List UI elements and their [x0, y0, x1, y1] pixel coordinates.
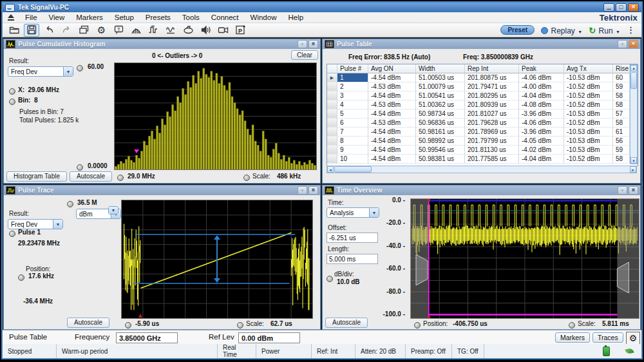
cell[interactable]: 4 — [337, 100, 368, 110]
pulse-trace-panel-titlebar[interactable]: Pulse Trace ▫ ✕ — [4, 186, 320, 195]
cell[interactable]: -4.53 dBm — [368, 82, 416, 91]
cell[interactable]: -4.53 dBm — [368, 100, 416, 110]
histogram-ymin-value[interactable]: 0.0000 — [88, 162, 108, 169]
toolbar-knob-dial-icon[interactable] — [180, 24, 196, 37]
scroll-left-icon[interactable]: ◄ — [327, 166, 334, 173]
adjust-knob-icon[interactable] — [569, 322, 575, 329]
ref-level-field[interactable] — [238, 332, 300, 343]
table-row[interactable]: 2-4.53 dBm51.00079 us201.79471 us-4.00 d… — [327, 82, 638, 91]
histogram-scale-value[interactable]: 486 kHz — [277, 173, 301, 180]
histogram-chart[interactable] — [114, 62, 317, 170]
toolbar-audio-icon[interactable] — [198, 24, 213, 37]
toolbar-save-icon[interactable] — [24, 24, 39, 37]
toolbar-trace-wave-icon[interactable] — [163, 24, 178, 37]
trace-scale-value[interactable]: 62.7 us — [270, 320, 292, 327]
row-selector[interactable] — [327, 146, 337, 155]
cell[interactable]: 59 — [613, 146, 630, 155]
cell[interactable]: 60 — [613, 73, 630, 82]
cell[interactable]: -4.05 dBm — [519, 137, 564, 146]
cell[interactable]: 201.81027 us — [465, 110, 519, 119]
cell[interactable]: 9 — [337, 146, 368, 155]
time-dropdown[interactable]: Analysis▼ — [327, 207, 379, 218]
histogram-autoscale-button[interactable]: Autoscale — [70, 171, 112, 182]
run-control[interactable]: ↻ Run ▼ — [589, 24, 620, 36]
cell[interactable]: 50.98992 us — [416, 137, 465, 146]
column-header-rise[interactable]: Rise — [613, 64, 630, 73]
histogram-table-button[interactable]: Histogram Table — [6, 171, 67, 182]
clear-button[interactable]: Clear — [291, 50, 318, 60]
column-header-peak[interactable]: Peak — [519, 64, 564, 73]
pulse-table[interactable]: Pulse #Avg ONWidthRep IntPeakAvg TxRise▶… — [327, 64, 638, 166]
cell[interactable]: 201.81130 us — [465, 146, 519, 155]
cell[interactable]: 51.00503 us — [416, 73, 465, 82]
menu-item-view[interactable]: View — [43, 13, 71, 22]
table-row[interactable]: 10-4.54 dBm50.98381 us201.77585 us-4.04 … — [327, 155, 638, 164]
column-header-avg-on[interactable]: Avg ON — [368, 64, 416, 73]
trace-selector-dropdown[interactable]: ▼ — [108, 206, 118, 214]
toolbar-camera-icon[interactable] — [215, 24, 231, 37]
histogram-xstart-value[interactable]: 29.0 MHz — [128, 173, 155, 180]
cell[interactable]: 6 — [337, 119, 368, 128]
column-header-rep-int[interactable]: Rep Int — [465, 64, 519, 73]
result-dropdown[interactable]: Freq Dev▼ — [8, 66, 73, 77]
trace-result-dropdown[interactable]: Freq Dev▼ — [8, 219, 63, 229]
cell[interactable]: -4.54 dBm — [368, 73, 416, 82]
overview-position-value[interactable]: -406.750 us — [453, 320, 488, 327]
cell[interactable]: 51.00541 us — [416, 91, 465, 100]
collapse-menu-icon[interactable] — [6, 14, 15, 21]
adjust-knob-icon[interactable] — [117, 175, 124, 181]
maximize-button[interactable]: ▢ — [616, 3, 627, 12]
cell[interactable]: -4.02 dBm — [519, 146, 564, 155]
cell[interactable]: -10.53 dBm — [564, 73, 613, 82]
cell[interactable]: -3.96 dBm — [519, 110, 564, 119]
row-selector[interactable] — [327, 137, 337, 146]
table-row[interactable]: 6-4.53 dBm50.96836 us201.79628 us-4.06 d… — [327, 119, 638, 128]
toolbar-pulse-wave-icon[interactable] — [146, 24, 161, 37]
row-selector[interactable] — [327, 100, 337, 110]
histogram-close-button[interactable]: ✕ — [308, 40, 318, 48]
row-selector[interactable] — [327, 119, 337, 128]
cell[interactable]: 58 — [613, 91, 630, 100]
column-header-avg-tx[interactable]: Avg Tx — [564, 64, 613, 73]
cell[interactable]: 201.80295 us — [465, 91, 519, 100]
replay-dropdown-icon[interactable]: ▼ — [578, 30, 582, 34]
trace-ymax-value[interactable]: 36.5 M — [77, 199, 97, 206]
table-row[interactable]: 9-4.54 dBm50.99546 us201.81130 us-4.02 d… — [327, 146, 638, 155]
run-dropdown-icon[interactable]: ▼ — [616, 30, 620, 34]
histogram-ymax-value[interactable]: 60.00 — [88, 63, 104, 70]
cell[interactable]: -4.08 dBm — [519, 100, 564, 110]
overflow-menu-icon[interactable]: ⋮ — [627, 25, 635, 35]
histogram-restore-button[interactable]: ▫ — [298, 40, 307, 48]
adjust-knob-icon[interactable] — [9, 88, 15, 95]
cell[interactable]: 2 — [337, 82, 368, 91]
cell[interactable]: -10.53 dBm — [564, 137, 613, 146]
toolbar-open-file-icon[interactable] — [6, 24, 22, 37]
cell[interactable]: -4.54 dBm — [368, 110, 416, 119]
scroll-right-icon[interactable]: ► — [630, 166, 636, 173]
cell[interactable]: 10 — [337, 155, 368, 164]
trace-xstart-value[interactable]: -5.90 us — [135, 320, 159, 327]
replay-control[interactable]: Replay ▼ — [541, 24, 582, 36]
time-overview-restore-button[interactable]: ▫ — [618, 186, 627, 195]
table-row[interactable]: 8-4.54 dBm50.98992 us201.79799 us-4.05 d… — [327, 137, 638, 146]
menu-item-file[interactable]: File — [19, 13, 43, 22]
cell[interactable]: 201.77585 us — [465, 155, 519, 164]
adjust-knob-icon[interactable] — [77, 65, 83, 71]
cell[interactable]: 50.96836 us — [416, 119, 465, 128]
cell[interactable]: -3.96 dBm — [519, 128, 564, 137]
adjust-knob-icon[interactable] — [9, 99, 15, 105]
cell[interactable]: 51.00362 us — [416, 100, 465, 110]
cell[interactable]: 58 — [613, 119, 630, 128]
pulse-number-readout[interactable]: Pulse 1 — [18, 229, 41, 236]
pulse-trace-chart[interactable] — [121, 200, 313, 319]
minimize-button[interactable]: ▁ — [603, 3, 614, 12]
settings-gear-icon[interactable]: ⚙ — [626, 332, 640, 345]
row-selector[interactable] — [327, 110, 337, 119]
cell[interactable]: -4.54 dBm — [368, 146, 416, 155]
cell[interactable]: 8 — [337, 137, 368, 146]
cell[interactable]: 7 — [337, 128, 368, 137]
toolbar-preset-p-icon[interactable]: P — [232, 24, 248, 37]
menu-item-window[interactable]: Window — [245, 13, 283, 22]
cell[interactable]: 58 — [613, 155, 630, 164]
cell[interactable]: -4.54 dBm — [368, 155, 416, 164]
